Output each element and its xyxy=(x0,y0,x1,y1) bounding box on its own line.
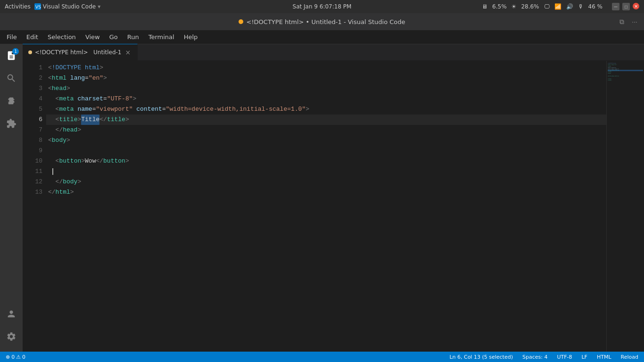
warning-icon: ⚠ xyxy=(16,354,21,360)
brightness-icon: ☀ xyxy=(512,3,517,10)
more-actions-button[interactable]: ··· xyxy=(630,17,639,27)
status-errors[interactable]: ⊗ 0 ⚠ 0 xyxy=(4,354,27,360)
titlebar-text: <!DOCTYPE html> • Untitled-1 - Visual St… xyxy=(239,18,405,25)
activity-badge: 1 xyxy=(12,48,19,55)
tabs-bar: <!DOCTYPE html> Untitled-1 × xyxy=(23,44,644,61)
minimize-button[interactable]: ─ xyxy=(612,3,619,10)
power-pct-label: 46 % xyxy=(588,3,603,10)
code-line-12: </body> xyxy=(46,177,606,187)
status-spaces[interactable]: Spaces: 4 xyxy=(520,354,549,360)
volume-icon: 🔊 xyxy=(566,3,573,10)
window-controls: ─ □ ✕ xyxy=(612,3,639,10)
activity-search[interactable] xyxy=(4,71,19,86)
code-line-11 xyxy=(46,166,606,177)
spaces-label: Spaces: 4 xyxy=(522,354,547,360)
line-num-12: 12 xyxy=(23,177,42,187)
line-num-1: 1 xyxy=(23,63,42,73)
code-content[interactable]: <!DOCTYPE html> <html lang="en" > <head> xyxy=(46,61,606,352)
display-icon: 🖵 xyxy=(544,3,550,10)
status-left: ⊗ 0 ⚠ 0 xyxy=(4,354,27,360)
app-dropdown-icon[interactable]: ▾ xyxy=(98,3,100,10)
activity-settings[interactable] xyxy=(4,329,19,344)
modified-dot xyxy=(239,19,243,24)
status-encoding[interactable]: UTF-8 xyxy=(555,354,574,360)
code-line-9 xyxy=(46,146,606,156)
menubar: File Edit Selection View Go Run Terminal… xyxy=(0,30,644,44)
battery-label: 28.6% xyxy=(521,3,539,10)
code-line-7: </head> xyxy=(46,125,606,135)
titlebar: <!DOCTYPE html> • Untitled-1 - Visual St… xyxy=(0,13,644,30)
line-num-7: 7 xyxy=(23,125,42,135)
tab-close-button[interactable]: × xyxy=(124,48,132,57)
code-line-3: <head> xyxy=(46,83,606,94)
encoding-label: UTF-8 xyxy=(557,354,572,360)
status-reload[interactable]: Reload xyxy=(619,354,640,360)
ln-col-label: Ln 6, Col 13 (5 selected) xyxy=(449,354,513,360)
status-language[interactable]: HTML xyxy=(595,354,613,360)
activity-extensions[interactable] xyxy=(4,116,19,131)
warning-count: 0 xyxy=(22,354,25,360)
close-button[interactable]: ✕ xyxy=(633,3,639,9)
editor-layout: 1 <!DOCTYPE html> Untitled-1 xyxy=(0,44,644,352)
window-title: <!DOCTYPE html> • Untitled-1 - Visual St… xyxy=(246,18,405,25)
menu-file[interactable]: File xyxy=(2,32,22,42)
datetime-label: Sat Jan 9 6:07:18 PM xyxy=(293,3,352,10)
error-icon: ⊗ xyxy=(6,354,10,360)
activity-files[interactable]: 1 xyxy=(4,48,19,63)
line-num-11: 11 xyxy=(23,166,42,177)
eol-label: LF xyxy=(581,354,587,360)
code-line-10: <button> Wow </button> xyxy=(46,156,606,166)
line-num-13: 13 xyxy=(23,187,42,197)
menu-view[interactable]: View xyxy=(81,32,105,42)
tab-modified-dot xyxy=(28,50,32,54)
app-name-label: Visual Studio Code xyxy=(43,3,96,10)
tab-untitled1[interactable]: <!DOCTYPE html> Untitled-1 × xyxy=(23,44,138,60)
menu-run[interactable]: Run xyxy=(123,32,144,42)
menu-terminal[interactable]: Terminal xyxy=(144,32,179,42)
minimap: <!DOCTYPE html> <html lang="en"> <head> … xyxy=(606,61,644,352)
topbar-center: Sat Jan 9 6:07:18 PM xyxy=(293,3,352,10)
menu-edit[interactable]: Edit xyxy=(22,32,43,42)
status-bar: ⊗ 0 ⚠ 0 Ln 6, Col 13 (5 selected) Spaces… xyxy=(0,352,644,362)
cpu-label: 6.5% xyxy=(492,3,507,10)
code-line-1: <!DOCTYPE html> xyxy=(46,63,606,73)
menu-go[interactable]: Go xyxy=(105,32,123,42)
code-line-13: </html> xyxy=(46,187,606,197)
tab-label: <!DOCTYPE html> Untitled-1 xyxy=(35,49,122,56)
line-num-9: 9 xyxy=(23,146,42,156)
split-editor-button[interactable]: ⧉ xyxy=(618,17,626,27)
status-right: Ln 6, Col 13 (5 selected) Spaces: 4 UTF-… xyxy=(447,354,640,360)
maximize-button[interactable]: □ xyxy=(622,3,630,10)
line-numbers: 1 2 3 4 5 6 7 8 9 10 11 12 13 xyxy=(23,61,46,352)
status-cursor[interactable]: Ln 6, Col 13 (5 selected) xyxy=(447,354,515,360)
line-num-6: 6 xyxy=(23,115,42,125)
line-num-3: 3 xyxy=(23,83,42,94)
status-eol[interactable]: LF xyxy=(579,354,589,360)
code-line-6: <title>Title</title> xyxy=(46,115,606,125)
language-label: HTML xyxy=(597,354,611,360)
menu-selection[interactable]: Selection xyxy=(43,32,81,42)
activity-account[interactable] xyxy=(4,306,19,321)
line-num-2: 2 xyxy=(23,73,42,83)
code-line-5: <meta name="viewport" content="width=dev… xyxy=(46,104,606,115)
menu-help[interactable]: Help xyxy=(179,32,203,42)
cpu-icon: 🖥 xyxy=(482,3,487,10)
line-num-5: 5 xyxy=(23,104,42,115)
titlebar-right-controls: ⧉ ··· xyxy=(618,17,639,27)
line-num-4: 4 xyxy=(23,94,42,104)
activity-bottom xyxy=(4,306,19,348)
code-line-4: <meta charset="UTF-8" > xyxy=(46,94,606,104)
mic-icon: 🎙 xyxy=(578,3,584,10)
error-count: 0 xyxy=(11,354,15,360)
text-cursor xyxy=(52,168,53,175)
activity-bar: 1 xyxy=(0,44,23,352)
activities-label[interactable]: Activities xyxy=(5,3,31,10)
line-num-8: 8 xyxy=(23,135,42,146)
line-num-10: 10 xyxy=(23,156,42,166)
vscode-icon: VS xyxy=(34,3,41,10)
svg-text:VS: VS xyxy=(35,5,41,9)
activity-source-control[interactable] xyxy=(4,93,19,108)
code-line-2: <html lang="en" > xyxy=(46,73,606,83)
topbar: Activities VS Visual Studio Code ▾ Sat J… xyxy=(0,0,644,13)
code-editor[interactable]: 1 2 3 4 5 6 7 8 9 10 11 12 13 <!DOCTYPE … xyxy=(23,61,644,352)
